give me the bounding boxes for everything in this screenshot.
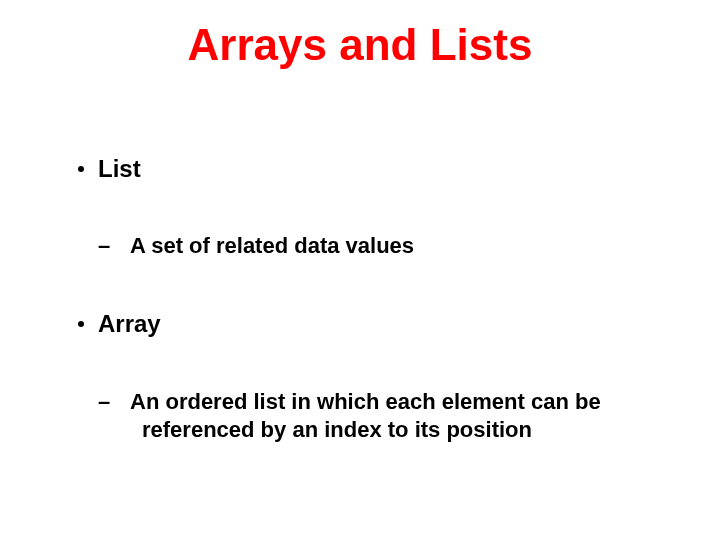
subbullet-array-def: –An ordered list in which each element c… (120, 388, 702, 443)
bullet-label: List (98, 155, 141, 182)
slide: Arrays and Lists List –A set of related … (0, 0, 720, 540)
bullet-dot-icon (78, 321, 84, 327)
subbullet-text: An ordered list in which each element ca… (130, 389, 601, 442)
subbullet-list-def: –A set of related data values (120, 232, 702, 260)
subbullet-text: A set of related data values (130, 233, 414, 258)
bullet-label: Array (98, 310, 161, 337)
bullet-list: List (78, 155, 141, 183)
slide-title: Arrays and Lists (0, 20, 720, 70)
bullet-dot-icon (78, 166, 84, 172)
bullet-array: Array (78, 310, 161, 338)
